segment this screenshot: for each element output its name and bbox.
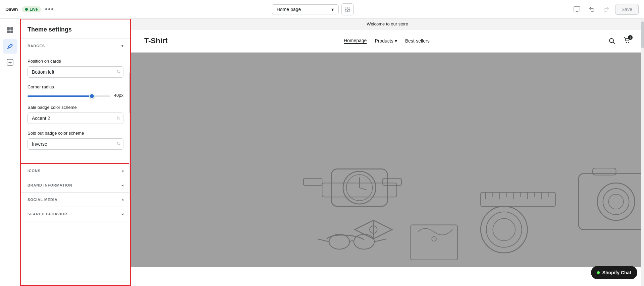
nav-link-homepage[interactable]: Homepage (344, 38, 367, 44)
sale-badge-select-wrap: Accent 2 Accent 1 Default Inverse ⇅ (28, 113, 123, 124)
badges-chevron-icon: ▾ (121, 44, 123, 48)
hero-image (131, 53, 644, 267)
position-label: Position on cards (28, 59, 123, 64)
undo-icon (588, 6, 595, 13)
svg-point-12 (628, 42, 629, 43)
products-label: Products (375, 38, 393, 44)
hero-illustration (131, 53, 644, 267)
topbar-right: Save (571, 3, 639, 15)
corner-radius-slider[interactable] (28, 95, 110, 97)
settings-panel-inner: BADGES ▾ Position on cards Bottom left T… (21, 39, 130, 285)
sold-out-badge-label: Sold out badge color scheme (28, 131, 123, 136)
search-nav-button[interactable] (606, 35, 618, 47)
search-icon (608, 38, 615, 44)
store-nav: T-Shirt Homepage Products ▾ Best-sellers (131, 29, 644, 53)
sold-out-badge-select[interactable]: Inverse Accent 1 Accent 2 Default (28, 138, 123, 150)
more-options-button[interactable]: ••• (45, 5, 54, 13)
svg-rect-3 (348, 10, 350, 12)
sale-badge-label: Sale badge color scheme (28, 105, 123, 110)
settings-panel: Theme settings BADGES ▾ Position on card… (20, 19, 131, 286)
nav-link-products[interactable]: Products ▾ (375, 38, 397, 44)
chat-label: Shopify Chat (602, 270, 631, 275)
badges-section-header[interactable]: BADGES ▾ (21, 39, 130, 53)
icons-section-title: ICONS (28, 169, 41, 173)
store-announcement: Welcome to our store (131, 19, 644, 29)
social-media-section-header[interactable]: SOCIAL MEDIA ◂ (21, 193, 130, 207)
preview-scrollbar-thumb (641, 21, 644, 48)
svg-rect-2 (345, 10, 347, 12)
svg-point-11 (626, 42, 627, 43)
cart-badge: 1 (628, 35, 633, 40)
svg-rect-5 (7, 27, 10, 30)
panel-scrollbar (129, 66, 130, 200)
live-label: Live (30, 7, 38, 12)
live-badge: Live (22, 6, 41, 12)
corner-radius-value: 40px (114, 93, 123, 98)
svg-rect-8 (10, 30, 13, 33)
panel-title: Theme settings (21, 19, 130, 39)
grid-view-button[interactable] (341, 3, 354, 15)
brand-info-chevron-icon: ◂ (121, 183, 123, 188)
sidebar-item-add[interactable] (3, 55, 17, 70)
position-select[interactable]: Bottom left Top left Top right Bottom ri… (28, 66, 123, 78)
chat-widget[interactable]: Shopify Chat (591, 266, 637, 279)
svg-rect-1 (348, 7, 350, 9)
desktop-view-button[interactable] (571, 3, 583, 15)
chat-dot (597, 271, 600, 274)
brand-info-section-title: BRAND INFORMATION (28, 183, 72, 187)
svg-rect-4 (574, 7, 580, 11)
preview-scrollbar[interactable] (641, 19, 644, 286)
corner-radius-row: 40px (28, 92, 123, 98)
badges-section-title: BADGES (28, 44, 45, 48)
sale-badge-select[interactable]: Accent 2 Accent 1 Default Inverse (28, 113, 123, 124)
badges-section: BADGES ▾ Position on cards Bottom left T… (21, 39, 130, 164)
live-dot (25, 8, 28, 11)
store-nav-icons: 1 (606, 35, 631, 47)
sidebar-item-layout[interactable] (3, 23, 17, 38)
search-behavior-section-header[interactable]: SEARCH BEHAVIOR ◂ (21, 207, 130, 221)
grid-icon (345, 7, 350, 12)
social-media-section-title: SOCIAL MEDIA (28, 198, 57, 202)
search-behavior-section-title: SEARCH BEHAVIOR (28, 212, 67, 216)
preview-area: Welcome to our store T-Shirt Homepage Pr… (131, 19, 644, 286)
icon-sidebar (0, 19, 20, 286)
icons-section-header[interactable]: ICONS ◂ (21, 164, 130, 178)
main-layout: Theme settings BADGES ▾ Position on card… (0, 19, 644, 286)
svg-rect-6 (10, 27, 13, 30)
social-media-chevron-icon: ◂ (121, 197, 123, 202)
redo-icon (603, 6, 610, 13)
add-section-icon (6, 59, 14, 66)
store-nav-links: Homepage Products ▾ Best-sellers (344, 38, 430, 44)
nav-link-bestsellers[interactable]: Best-sellers (405, 38, 430, 44)
position-select-wrap: Bottom left Top left Top right Bottom ri… (28, 66, 123, 78)
svg-rect-13 (131, 53, 644, 267)
corner-radius-slider-wrap (28, 92, 110, 98)
svg-rect-7 (7, 30, 10, 33)
customize-icon (6, 43, 14, 50)
topbar: Dawn Live ••• Home page ▾ (0, 0, 644, 19)
store-logo: T-Shirt (144, 37, 168, 45)
page-select-dropdown[interactable]: Home page ▾ (272, 4, 339, 14)
sold-out-badge-select-wrap: Inverse Accent 1 Accent 2 Default ⇅ (28, 138, 123, 150)
search-behavior-chevron-icon: ◂ (121, 212, 123, 216)
icons-chevron-icon: ◂ (121, 168, 123, 173)
undo-button[interactable] (586, 3, 598, 15)
products-chevron-icon: ▾ (395, 38, 397, 44)
corner-radius-label: Corner radius (28, 84, 123, 89)
sidebar-item-customize[interactable] (3, 39, 17, 54)
badges-fields: Position on cards Bottom left Top left T… (21, 53, 130, 163)
topbar-left: Dawn Live ••• (5, 5, 54, 13)
page-select-label: Home page (277, 7, 301, 12)
svg-rect-0 (345, 7, 347, 9)
save-button[interactable]: Save (615, 4, 639, 15)
preview-scroll: Welcome to our store T-Shirt Homepage Pr… (131, 19, 644, 286)
desktop-icon (574, 6, 580, 13)
layout-icon (6, 26, 14, 34)
panel-scrollbar-thumb (129, 73, 130, 113)
chevron-down-icon: ▾ (331, 7, 334, 12)
cart-button[interactable]: 1 (623, 37, 631, 45)
redo-button[interactable] (600, 3, 612, 15)
brand-info-section-header[interactable]: BRAND INFORMATION ◂ (21, 178, 130, 193)
brand-name: Dawn (5, 7, 18, 12)
topbar-center: Home page ▾ (272, 3, 354, 15)
